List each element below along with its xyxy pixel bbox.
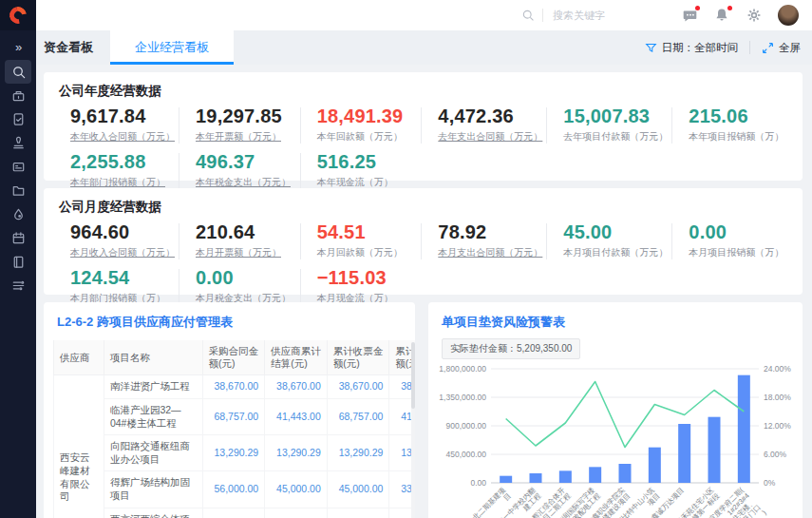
kpi-label: 本月项目付款额（万元） [563,246,668,259]
kpi-metric: 964.60本月收入合同额（万元） [53,220,179,265]
table-header: 供应商 [54,340,104,375]
project-name-cell: 南洋进贤广场工程 [104,375,202,399]
y-right-tick: 24.00% [764,364,791,374]
amount-cell: 41,443.00 [265,398,328,434]
kpi-value: 19,297.85 [196,106,296,127]
sidebar-item-folder-icon[interactable] [5,179,31,202]
bar-琦鑫职业学院实训楼建设项目[interactable] [619,464,632,483]
kpi-value: 2,255.88 [70,151,175,173]
sidebar-expand-icon[interactable]: » [15,40,21,54]
search-placeholder: 搜索关键字 [553,9,605,23]
kpi-value: 15,007.83 [563,106,668,127]
tab-enterprise-dashboard[interactable]: 企业经营看板 [110,30,234,65]
tab-funds-dashboard[interactable]: 资金看板 [36,30,110,65]
sidebar-item-document-check-icon[interactable] [5,107,31,131]
kpi-label[interactable]: 本年收入合同额（万元） [70,130,175,144]
risk-chart-title: 单项目垫资风险预警表 [428,302,803,336]
sidebar-item-stamp-icon[interactable] [5,131,31,155]
sidebar-item-ink-drop-icon[interactable] [5,202,31,226]
monthly-card-title: 公司月度经营数据 [44,188,803,220]
y-left-tick: 1,800,000.00 [439,364,486,374]
divider [542,9,543,22]
kpi-label[interactable]: 本年税金支出（万元） [196,176,296,189]
amount-cell: 56,000.00 [202,471,265,508]
date-filter[interactable]: 日期：全部时间 [645,41,739,55]
table-header: 累计收票金额(元) [327,340,389,375]
settings-gear-icon[interactable] [746,7,763,24]
logo-c-icon [6,3,29,27]
actual-advance-badge: 实际垫付金额：5,209,350.00 [442,338,580,359]
bar-宏润国际写字楼改配电工程[interactable] [589,467,601,483]
kpi-metric: 0.00本月项目报销额（万） [671,220,793,265]
top-header: 搜索关键字 [36,0,812,30]
y-left-tick: 450,000.00 [445,450,486,459]
y-left-tick: 900,000.00 [445,421,486,431]
project-name-cell: 临港产业园32—04#楼主体工程 [104,398,202,434]
search-icon [521,9,535,22]
kpi-metric: 54.51本月回款额（万元） [300,220,422,265]
kpi-value: 516.25 [317,151,418,173]
kpi-value: 496.37 [196,151,296,173]
kpi-label: 本月回款额（万元） [317,246,418,259]
amount-cell: 38,670.00 [265,375,328,399]
sidebar-item-calendar-icon[interactable] [5,226,31,250]
table-row: 西京河西综合体项目57,273.0040,273.0057,273.0014,0… [54,508,416,518]
risk-chart: 1,800,000.0024.00%1,350,000.0018.00%900,… [428,359,803,518]
filter-funnel-icon [645,42,657,54]
sidebar-item-notebook-icon[interactable] [5,250,31,274]
amount-cell: 38,670.00 [327,375,389,399]
table-row: 得辉广场结构加固项目56,000.0045,000.0045,000.0033,… [54,471,416,508]
kpi-label[interactable]: 去年支出合同额（万元） [438,130,542,144]
kpi-label[interactable]: 本月收入合同额（万元） [70,246,175,259]
app-logo[interactable] [0,0,36,30]
stamp-icon [10,135,27,151]
sidebar-item-building-icon[interactable] [5,84,31,107]
kpi-value: 0.00 [689,221,789,243]
y-right-tick: 6.00% [764,450,787,459]
bell-icon[interactable] [713,7,730,24]
supplier-name-cell: 西安云峰建材有限公司 [54,375,104,518]
kpi-metric: 18,491.39本年回款额（万元） [300,104,422,149]
kpi-label[interactable]: 本月开票额（万元） [196,246,296,259]
bar-丰北二期基建项目[interactable] [500,476,512,483]
amount-cell: 38,670.00 [202,375,265,399]
building-icon [10,87,27,104]
table-header: 采购合同金额(元) [202,340,265,375]
sidebar-item-chart-lines-icon[interactable] [5,274,31,297]
kpi-label[interactable]: 本年开票额（万元） [196,130,296,144]
amount-cell: 13,290.29 [265,435,328,471]
advance-risk-panel: 单项目垫资风险预警表 实际垫付金额：5,209,350.00 1,800,000… [428,302,803,518]
kpi-value: 215.06 [689,106,789,127]
kpi-label[interactable]: 本月支出合同额（万元） [438,246,542,259]
user-avatar[interactable] [778,5,799,26]
sidebar-item-search-icon[interactable] [5,60,31,84]
bar-天禾苑住宅小区精装修第一标段[interactable] [708,417,721,483]
kpi-label: 去年项目付款额（万元） [563,130,668,144]
table-header: 供应商累计结算(元) [265,340,328,375]
ink-drop-icon [10,206,27,222]
bar-第一中学校内翻建工程[interactable] [530,473,542,483]
kpi-label[interactable]: 本年部门报销额（万） [70,176,175,189]
kpi-label: 本月项目报销额（万） [689,246,789,259]
y-right-tick: 18.00% [764,393,791,402]
kpi-metric: 9,617.84本年收入合同额（万元） [53,104,179,149]
table-scrollbar[interactable] [411,342,415,518]
kpi-value: 0.00 [196,267,296,289]
amount-cell: 13,290.29 [327,435,389,471]
messages-icon[interactable] [681,7,698,24]
bar-锦辉汇综合体开发项目二期工程[interactable] [559,470,572,483]
sidebar: » [0,0,36,518]
table-row: 向阳路交通枢纽商业办公项目13,290.2913,290.2913,290.29… [54,435,416,471]
bar-丽比特中山小筑项目[interactable] [649,448,661,483]
fullscreen-button[interactable]: 全屏 [762,41,801,55]
annual-card-title: 公司年度经营数据 [44,72,803,104]
global-search[interactable]: 搜索关键字 [521,9,605,23]
bar-鑫诚万达项目[interactable] [678,424,690,483]
kpi-metric: 78.92本月支出合同额（万元） [421,220,546,265]
tab-bar: 资金看板 企业经营看板 日期：全部时间 全屏 [36,30,812,65]
amount-cell: 57,273.00 [202,508,265,518]
sidebar-item-id-card-icon[interactable] [5,155,31,179]
bar-宜度学府二期(1#2#3#4#5#住宅楼、地下车库及门口)[interactable] [738,375,750,483]
amount-cell: 45,000.00 [265,471,328,508]
kpi-value: 78.92 [438,221,542,243]
